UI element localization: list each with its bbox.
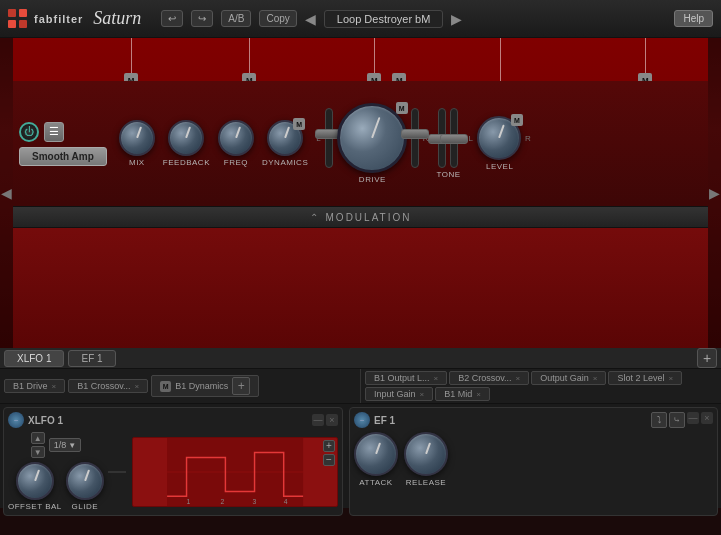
glide-knob-wrap: GLIDE [66, 462, 104, 511]
xlfo1-arrows: ▲ ▼ [31, 432, 45, 458]
drive-r-slider[interactable] [411, 108, 419, 168]
slot-tab-output-gain[interactable]: Output Gain × [531, 371, 606, 385]
dynamics-knob[interactable]: M [267, 120, 303, 156]
drive-r-thumb[interactable] [401, 129, 429, 139]
ef1-panel: ~ EF 1 ⤵ ⤷ — × ATTACK RELEASE [349, 407, 718, 516]
preset-icon-button[interactable]: ☰ [44, 122, 64, 142]
glide-knob[interactable] [66, 462, 104, 500]
next-preset-arrow[interactable]: ▶ [451, 11, 462, 27]
slot-tab-b2-crossov[interactable]: B2 Crossov... × [449, 371, 529, 385]
logo-area: fabfilter Saturn [8, 8, 141, 29]
b1-dynamics-add[interactable]: + [232, 377, 250, 395]
slot-tab-b1-mid-close[interactable]: × [476, 390, 481, 399]
mod-expand-arrow[interactable]: ⌃ [310, 212, 318, 223]
b1-dynamics-m-badge[interactable]: M [160, 381, 171, 392]
xlfo1-bar-selector [108, 471, 126, 473]
slot-tabs-area: B1 Drive × B1 Crossov... × M B1 Dynamics… [0, 369, 721, 404]
slot-tab-b1-crossov-close[interactable]: × [135, 382, 140, 391]
level-m-badge[interactable]: M [511, 114, 523, 126]
waveform-plus[interactable]: + [323, 440, 335, 452]
xlfo1-tab[interactable]: XLFO 1 [4, 350, 64, 367]
ef1-minimize-button[interactable]: — [687, 412, 699, 424]
ef1-close-button[interactable]: × [701, 412, 713, 424]
xlfo1-minimize-button[interactable]: — [312, 414, 324, 426]
drive-label: DRIVE [359, 175, 386, 184]
xlfo1-down-arrow[interactable]: ▼ [31, 446, 45, 458]
ab-button[interactable]: A/B [221, 10, 251, 27]
slot-tab-b1-drive-close[interactable]: × [52, 382, 57, 391]
attack-knob-wrap: ATTACK [354, 432, 398, 487]
offset-knob[interactable] [16, 462, 54, 500]
level-r-label: R [525, 134, 531, 143]
slot-tab-slot2-level[interactable]: Slot 2 Level × [608, 371, 682, 385]
product-name: Saturn [93, 8, 141, 29]
xlfo1-rate-value: 1/8 [54, 440, 67, 450]
prev-preset-arrow[interactable]: ◀ [305, 11, 316, 27]
tone-section: TONE [436, 108, 460, 179]
slot-tab-b2-crossov-close[interactable]: × [516, 374, 521, 383]
slot-tab-b1-drive[interactable]: B1 Drive × [4, 379, 65, 393]
logo-dot-1 [8, 9, 16, 17]
mix-knob[interactable] [119, 120, 155, 156]
copy-button[interactable]: Copy [259, 10, 296, 27]
slot-tab-slot2-close[interactable]: × [668, 374, 673, 383]
ef1-icon2-button[interactable]: ⤷ [669, 412, 685, 428]
waveform-minus[interactable]: − [323, 454, 335, 466]
power-button[interactable]: ⏻ [19, 122, 39, 142]
feedback-knob-wrap: FEEDBACK [163, 120, 210, 167]
logo-dot-2 [19, 9, 27, 17]
dynamics-label: DYNAMICS [262, 158, 308, 167]
slot-tab-input-gain-close[interactable]: × [420, 390, 425, 399]
release-knob-wrap: RELEASE [404, 432, 448, 487]
svg-text:2: 2 [220, 498, 224, 505]
band-name-button[interactable]: Smooth Amp [19, 147, 107, 166]
svg-text:4: 4 [283, 498, 287, 505]
xlfo1-up-arrow[interactable]: ▲ [31, 432, 45, 444]
slot-tab-b1-output-close[interactable]: × [434, 374, 439, 383]
slot-tab-b1-output[interactable]: B1 Output L... × [365, 371, 447, 385]
right-nav-arrow[interactable]: ▶ [708, 38, 721, 348]
drive-m-badge[interactable]: M [396, 102, 408, 114]
undo-button[interactable]: ↩ [161, 10, 183, 27]
slot-tab-b1-crossov[interactable]: B1 Crossov... × [68, 379, 148, 393]
slot-tab-output-gain-close[interactable]: × [593, 374, 598, 383]
feedback-label: FEEDBACK [163, 158, 210, 167]
dynamics-m-badge[interactable]: M [293, 118, 305, 130]
header-right: Help [674, 10, 713, 27]
xlfo1-waveform[interactable]: 1 2 3 4 + − [132, 437, 338, 507]
tone-r-slider[interactable] [450, 108, 458, 168]
help-button[interactable]: Help [674, 10, 713, 27]
freq-knob[interactable] [218, 120, 254, 156]
slot-tab-b1-mid[interactable]: B1 Mid × [435, 387, 490, 401]
drive-l-slider[interactable] [325, 108, 333, 168]
freq-knob-wrap: FREQ [218, 120, 254, 167]
modulation-bar[interactable]: ⌃ MODULATION [13, 206, 708, 228]
add-modulation-button[interactable]: + [697, 348, 717, 368]
xlfo1-close-button[interactable]: × [326, 414, 338, 426]
level-section: L M R LEVEL [469, 116, 531, 171]
dynamics-knob-wrap: M DYNAMICS [262, 120, 308, 167]
bar-selector[interactable] [108, 471, 126, 473]
left-nav-arrow[interactable]: ◀ [0, 38, 13, 348]
level-knob[interactable]: M [477, 116, 521, 160]
drive-knob[interactable]: M [337, 103, 407, 173]
ef1-tab[interactable]: EF 1 [68, 350, 115, 367]
attack-knob[interactable] [354, 432, 398, 476]
xlfo1-knobs-left: ▲ ▼ 1/8 ▼ OFFSET BAL [8, 432, 104, 511]
slot-tab-b1-dynamics[interactable]: M B1 Dynamics + [151, 375, 259, 397]
preset-name[interactable]: Loop Destroyer bM [324, 10, 444, 28]
xlfo1-title: XLFO 1 [28, 415, 63, 426]
waveform-zoom-controls: + − [323, 440, 335, 466]
xlfo1-content: ▲ ▼ 1/8 ▼ OFFSET BAL [8, 432, 338, 511]
band-controls-left: ⏻ ☰ Smooth Amp [19, 122, 107, 166]
redo-button[interactable]: ↪ [191, 10, 213, 27]
ef1-icon1-button[interactable]: ⤵ [651, 412, 667, 428]
tone-r-thumb[interactable] [440, 134, 468, 144]
release-knob[interactable] [404, 432, 448, 476]
bottom-section: XLFO 1 EF 1 + B1 Drive × B1 Crossov... ×… [0, 348, 721, 508]
xlfo1-rate-selector[interactable]: 1/8 ▼ [49, 438, 81, 452]
slot-tab-input-gain[interactable]: Input Gain × [365, 387, 433, 401]
feedback-knob[interactable] [168, 120, 204, 156]
xlfo1-icon: ~ [8, 412, 24, 428]
modulation-panels: ~ XLFO 1 — × ▲ ▼ [0, 404, 721, 519]
